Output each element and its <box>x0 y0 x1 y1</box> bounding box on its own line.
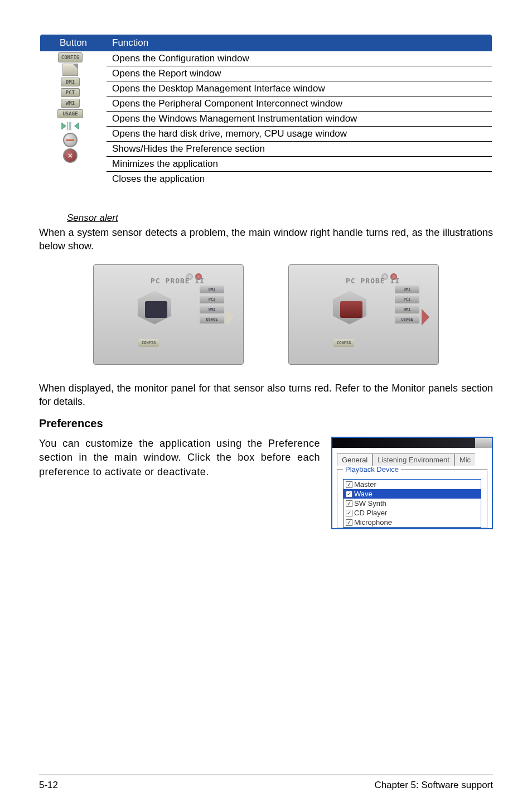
list-item-label: SW Synth <box>354 499 386 508</box>
pci-button: PCI <box>200 296 224 303</box>
table-row: Opens the hard disk drive, memory, CPU u… <box>107 127 492 142</box>
list-item-selected[interactable]: ✓Wave <box>344 489 481 499</box>
table-row: Opens the Report window <box>107 66 492 81</box>
preferences-screenshot: General Listening Environment Mic Playba… <box>331 437 493 529</box>
table-header-button: Button <box>40 34 107 51</box>
preferences-text: You can customize the application using … <box>39 437 320 479</box>
function-table: Button Function Opens the Configuration … <box>39 33 493 190</box>
list-item[interactable]: ✓Master <box>344 480 481 489</box>
right-handle-alert <box>422 309 429 326</box>
config-button: CONFIG <box>138 339 159 347</box>
usage-button: USAGE <box>395 316 419 323</box>
probe-screenshot-normal: PC PROBE II DMI PCI WMI USAGE CONFIG <box>93 264 244 365</box>
table-row: Shows/Hides the Preference section <box>107 142 492 157</box>
table-header-function: Function <box>107 34 492 51</box>
checkbox-icon[interactable]: ✓ <box>346 500 352 507</box>
list-item[interactable]: ✓Microphone <box>344 518 481 527</box>
probe-title: PC PROBE II <box>346 277 400 285</box>
titlebar <box>332 438 492 448</box>
close-icon: × <box>63 148 78 163</box>
list-item[interactable]: ✓SW Synth <box>344 499 481 508</box>
dmi-icon: DMI <box>61 78 80 86</box>
dmi-button: DMI <box>200 286 224 293</box>
list-item-label: Master <box>354 480 376 489</box>
page-number: 5-12 <box>39 780 58 791</box>
config-icon: CONFIG <box>58 52 83 62</box>
table-row: Opens the Desktop Management Interface w… <box>107 81 492 96</box>
wmi-button: WMI <box>395 306 419 313</box>
probe-screenshot-alert: PC PROBE II DMI PCI WMI USAGE CONFIG <box>288 264 439 365</box>
checkbox-icon[interactable]: ✓ <box>346 510 352 516</box>
table-row: Opens the Peripheral Component Interconn… <box>107 96 492 112</box>
dmi-button: DMI <box>395 286 419 293</box>
table-row: Opens the Windows Management Instrumenta… <box>107 112 492 127</box>
table-row: Opens the Configuration window <box>107 51 492 66</box>
table-row: Minimizes the application <box>107 157 492 172</box>
tab-listening[interactable]: Listening Environment <box>373 453 454 466</box>
sensor-alert-text-2: When displayed, the monitor panel for th… <box>39 381 493 409</box>
chapter-label: Chapter 5: Software support <box>374 780 493 791</box>
tab-general[interactable]: General <box>337 453 373 466</box>
probe-screenshots: PC PROBE II DMI PCI WMI USAGE CONFIG <box>39 264 493 365</box>
page-footer: 5-12 Chapter 5: Software support <box>39 775 493 791</box>
config-button: CONFIG <box>333 339 354 347</box>
sensor-alert-heading: Sensor alert <box>67 212 493 224</box>
right-handle <box>226 309 234 326</box>
list-item-label: Microphone <box>354 518 392 526</box>
minimize-icon <box>63 133 78 147</box>
table-row: Closes the application <box>107 172 492 190</box>
function-table-wrapper: Button Function Opens the Configuration … <box>39 33 493 190</box>
monitor-panel <box>145 301 167 318</box>
checkbox-icon[interactable]: ✓ <box>346 519 352 526</box>
prefs-toggle-icon <box>60 120 81 132</box>
report-icon <box>62 64 78 76</box>
usage-icon: USAGE <box>57 109 83 118</box>
sensor-alert-text-1: When a system sensor detects a problem, … <box>39 226 493 253</box>
playback-device-group: Playback Device ✓Master ✓Wave ✓SW Synth … <box>337 465 487 528</box>
list-item-label: Wave <box>354 490 373 498</box>
device-listbox[interactable]: ✓Master ✓Wave ✓SW Synth ✓CD Player ✓Micr… <box>343 479 481 528</box>
monitor-panel-alert <box>340 301 362 318</box>
wmi-icon: WMI <box>61 99 80 108</box>
pci-button: PCI <box>395 296 419 303</box>
tab-mic[interactable]: Mic <box>454 453 475 466</box>
usage-button: USAGE <box>200 316 224 323</box>
list-item-label: CD Player <box>354 509 387 517</box>
preferences-heading: Preferences <box>39 417 493 430</box>
playback-device-legend: Playback Device <box>343 465 401 474</box>
pci-icon: PCI <box>61 88 80 97</box>
button-icon-column: CONFIG DMI PCI WMI USAGE × <box>52 52 88 163</box>
checkbox-icon[interactable]: ✓ <box>346 481 352 488</box>
probe-title: PC PROBE II <box>151 277 205 285</box>
list-item[interactable]: ✓CD Player <box>344 508 481 518</box>
checkbox-icon[interactable]: ✓ <box>346 491 352 497</box>
wmi-button: WMI <box>200 306 224 313</box>
